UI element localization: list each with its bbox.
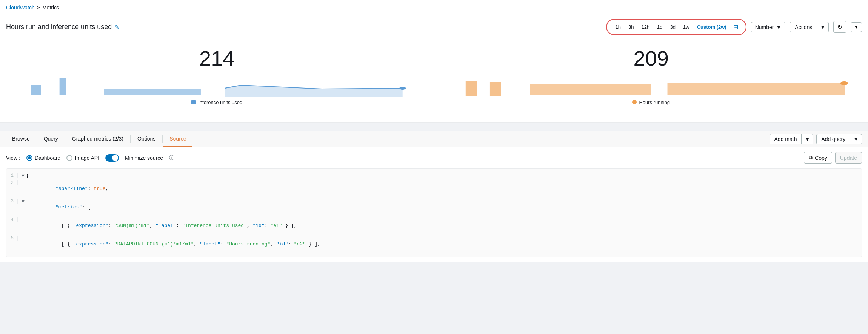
radio-image-api[interactable]: Image API xyxy=(66,155,99,161)
minimize-toggle[interactable] xyxy=(105,154,119,162)
tabs-container: Browse Query Graphed metrics (2/3) Optio… xyxy=(0,131,868,147)
metric-panel-1: 209 Hours running xyxy=(434,47,868,118)
source-actions: ⧉ Copy Update xyxy=(804,152,862,164)
tab-sep-3 xyxy=(162,135,163,143)
time-controls: 1h 3h 12h 1d 3d 1w Custom (2w) ⊞ xyxy=(606,19,746,35)
refresh-button[interactable]: ↻ xyxy=(833,21,846,33)
sparkline-svg-0 xyxy=(15,74,419,97)
svg-point-3 xyxy=(399,87,406,90)
time-btn-3d[interactable]: 3d xyxy=(667,23,679,31)
code-area: 1 ▼ { 2 "sparkline": true, 3 ▼ "metrics"… xyxy=(6,168,862,257)
svg-rect-0 xyxy=(31,85,41,95)
svg-rect-6 xyxy=(530,84,651,95)
breadcrumb-current: Metrics xyxy=(42,5,59,11)
number-dropdown[interactable]: Number ▼ xyxy=(751,22,786,32)
code-line-2: 2 "sparkline": true, xyxy=(6,179,862,198)
time-btn-custom[interactable]: Custom (2w) xyxy=(694,23,729,31)
code-line-3: 3 ▼ "metrics": [ xyxy=(6,198,862,216)
code-content-4: [ { "expression": "SUM(m1)*m1", "label":… xyxy=(32,217,297,234)
title-text: Hours run and inference units used xyxy=(6,23,112,31)
radio-dashboard-label: Dashboard xyxy=(35,155,61,161)
svg-rect-5 xyxy=(489,82,501,96)
metric-value-0: 214 xyxy=(199,47,234,70)
time-btn-1w[interactable]: 1w xyxy=(680,23,693,31)
tab-sep-0 xyxy=(37,135,37,143)
breadcrumb-bar: CloudWatch > Metrics xyxy=(0,0,868,15)
line-num-2: 2 xyxy=(6,180,18,185)
add-query-arrow: ▼ xyxy=(850,134,862,144)
metric-value-1: 209 xyxy=(634,47,669,70)
tab-sep-2 xyxy=(130,135,131,143)
tabs-actions: Add math ▼ Add query ▼ xyxy=(770,134,862,144)
copy-label: Copy xyxy=(815,155,827,161)
breadcrumb-parent[interactable]: CloudWatch xyxy=(6,5,35,11)
code-content-2: "sparkline": true, xyxy=(26,180,108,197)
tab-browse[interactable]: Browse xyxy=(6,131,36,147)
metric-legend-1: Hours running xyxy=(632,100,670,105)
line-num-1: 1 xyxy=(6,173,18,178)
add-math-label: Add math xyxy=(770,134,802,144)
sparkline-svg-1 xyxy=(449,74,853,97)
add-math-arrow: ▼ xyxy=(802,134,813,144)
time-btn-1h[interactable]: 1h xyxy=(612,23,623,31)
line-toggle-3[interactable]: ▼ xyxy=(22,199,25,204)
divider-icon: = = xyxy=(429,124,439,129)
edit-icon[interactable]: ✎ xyxy=(115,24,119,30)
divider-handle[interactable]: = = xyxy=(0,122,868,131)
actions-button[interactable]: Actions ▼ xyxy=(790,22,829,32)
actions-arrow: ▼ xyxy=(817,22,828,32)
add-math-button[interactable]: Add math ▼ xyxy=(770,134,814,144)
code-content-3: "metrics": [ xyxy=(26,199,91,216)
copy-button[interactable]: ⧉ Copy xyxy=(804,152,832,164)
tab-query[interactable]: Query xyxy=(38,131,64,147)
tab-graphed-metrics[interactable]: Graphed metrics (2/3) xyxy=(66,131,129,147)
svg-rect-7 xyxy=(667,83,845,95)
code-content-5: [ { "expression": "DATAPOINT_COUNT(m1)*m… xyxy=(32,236,320,253)
legend-dot-0 xyxy=(191,100,196,104)
metrics-area: 214 Inference units used xyxy=(0,39,868,122)
line-num-5: 5 xyxy=(6,236,18,241)
header-dropdown-arrow[interactable]: ▼ xyxy=(851,22,862,32)
time-btn-1d[interactable]: 1d xyxy=(654,23,665,31)
sparkline-0 xyxy=(15,74,419,97)
add-query-button[interactable]: Add query ▼ xyxy=(816,134,862,144)
update-button: Update xyxy=(835,152,862,164)
time-btn-12h[interactable]: 12h xyxy=(638,23,653,31)
legend-label-1: Hours running xyxy=(639,100,670,105)
legend-label-0: Inference units used xyxy=(198,100,242,105)
header-row: Hours run and inference units used ✎ 1h … xyxy=(0,15,868,39)
number-arrow: ▼ xyxy=(776,24,781,30)
info-icon[interactable]: ⓘ xyxy=(169,155,174,161)
svg-rect-1 xyxy=(60,78,66,95)
radio-dashboard-circle xyxy=(26,155,32,161)
svg-rect-4 xyxy=(465,81,477,96)
radio-image-api-label: Image API xyxy=(75,155,99,161)
line-toggle-2 xyxy=(22,180,25,186)
time-btn-3h[interactable]: 3h xyxy=(625,23,637,31)
breadcrumb: CloudWatch > Metrics xyxy=(6,5,59,11)
tab-source[interactable]: Source xyxy=(163,131,192,147)
copy-icon: ⧉ xyxy=(809,155,813,161)
view-row: View : Dashboard Image API Minimize sour… xyxy=(6,152,862,164)
minimize-label: Minimize source xyxy=(125,155,163,161)
sparkline-1 xyxy=(449,74,853,97)
tab-options[interactable]: Options xyxy=(131,131,162,147)
view-label: View : xyxy=(6,155,20,161)
code-line-4: 4 [ { "expression": "SUM(m1)*m1", "label… xyxy=(6,216,862,235)
breadcrumb-separator: > xyxy=(37,5,40,11)
code-line-5: 5 [ { "expression": "DATAPOINT_COUNT(m1)… xyxy=(6,235,862,253)
add-query-label: Add query xyxy=(817,134,850,144)
line-toggle-4 xyxy=(22,217,30,223)
grid-icon-btn[interactable]: ⊞ xyxy=(731,22,740,32)
tabs-row: Browse Query Graphed metrics (2/3) Optio… xyxy=(0,131,868,147)
line-num-4: 4 xyxy=(6,217,18,222)
code-content-1: { xyxy=(26,173,29,179)
radio-dashboard[interactable]: Dashboard xyxy=(26,155,61,161)
line-toggle-1[interactable]: ▼ xyxy=(22,173,25,179)
main-container: Hours run and inference units used ✎ 1h … xyxy=(0,15,868,262)
source-panel: View : Dashboard Image API Minimize sour… xyxy=(0,147,868,262)
tab-sep-1 xyxy=(65,135,65,143)
svg-point-8 xyxy=(840,81,848,85)
actions-label: Actions xyxy=(790,22,817,32)
line-toggle-5 xyxy=(22,236,30,241)
